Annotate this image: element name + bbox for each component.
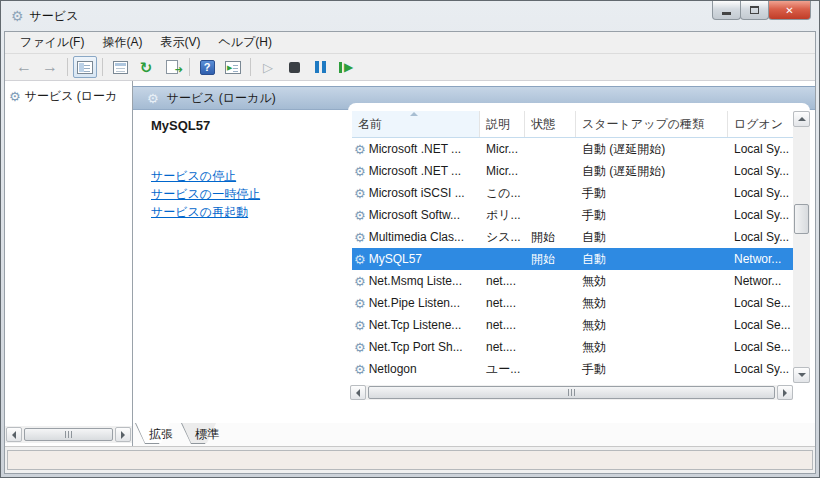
minimize-button[interactable] [712,1,741,20]
view-tab-strip: 拡張 標準 [133,423,815,446]
tree-horizontal-scrollbar[interactable] [5,426,132,443]
action-pane-icon [225,61,241,74]
service-row[interactable]: ⚙ Net.Msmq Liste... net.... 無効 Networ... [352,270,793,292]
service-name-cell: Net.Pipe Listen... [369,296,460,310]
menu-action[interactable]: 操作(A) [93,31,151,54]
services-pane: ⚙ サービス (ローカル) MySQL57 サービスの停止 サービスの一時停止 … [133,81,815,423]
triangle-down-icon [798,373,806,377]
service-row[interactable]: ⚙ Microsoft iSCSI ... この... 手動 Local Sy.… [352,182,793,204]
export-list-button[interactable] [160,56,184,78]
maximize-button[interactable] [740,1,769,20]
triangle-left-icon [12,431,16,439]
service-name-cell: Microsoft iSCSI ... [369,186,465,200]
restart-service-button[interactable]: ▶ [334,56,358,78]
back-icon: ← [16,59,32,75]
service-name-cell: Microsoft Softw... [369,208,460,222]
toolbar-separator [67,58,68,76]
service-logon-cell: Local Sy... [728,230,793,244]
service-logon-cell: Local Sy... [728,164,793,178]
menu-help[interactable]: ヘルプ(H) [209,31,281,54]
service-gear-icon: ⚙ [354,275,366,288]
menu-file[interactable]: ファイル(F) [11,31,93,54]
service-startup-cell: 自動 [576,229,728,246]
properties-button[interactable] [108,56,132,78]
horizontal-scrollbar[interactable] [350,385,793,400]
service-name-cell: MySQL57 [369,252,422,266]
service-logon-cell: Networ... [728,252,793,266]
status-field [7,450,813,470]
column-header-description[interactable]: 説明 [480,111,525,137]
service-gear-icon: ⚙ [354,165,366,178]
restart-service-icon: ▶ [339,61,353,73]
close-button[interactable]: ✕ [768,1,811,20]
service-name-cell: Net.Tcp Port Sh... [369,340,463,354]
scrollbar-thumb[interactable] [24,428,113,441]
service-list-panel: 名前 説明 状態 スタートアップの種類 ログオン ⚙ Microsoft .NE… [348,103,810,400]
service-logon-cell: Local Se... [728,340,793,354]
minimize-icon [722,12,731,15]
show-action-pane-button[interactable] [221,56,245,78]
column-header-status[interactable]: 状態 [525,111,576,137]
service-row[interactable]: ⚙ Net.Tcp Listene... net.... 無効 Local Se… [352,314,793,336]
console-tree-panel: ⚙ サービス (ローカ [5,81,133,446]
scroll-right-button[interactable] [777,385,793,400]
stop-service-button[interactable] [282,56,306,78]
service-description-cell: net.... [480,296,525,310]
right-column: ⚙ サービス (ローカル) MySQL57 サービスの停止 サービスの一時停止 … [133,81,815,446]
tab-standard[interactable]: 標準 [181,423,233,444]
service-name-cell: Netlogon [369,362,417,376]
service-description-cell: net.... [480,274,525,288]
forward-icon: → [42,59,58,75]
vertical-scrollbar[interactable] [793,111,810,383]
service-row[interactable]: ⚙ MySQL57 開始 自動 Networ... [352,248,793,270]
scroll-left-button[interactable] [6,427,22,442]
service-logon-cell: Networ... [728,274,793,288]
service-row[interactable]: ⚙ Microsoft .NET ... Micr... 自動 (遅延開始) L… [352,160,793,182]
menu-view[interactable]: 表示(V) [151,31,209,54]
column-header-name[interactable]: 名前 [352,111,480,137]
tab-extended[interactable]: 拡張 [135,423,187,444]
service-gear-icon: ⚙ [354,341,366,354]
service-description-cell: シス... [480,229,525,246]
service-gear-icon: ⚙ [354,187,366,200]
column-header-startup-type[interactable]: スタートアップの種類 [576,111,728,137]
back-button[interactable]: ← [12,56,36,78]
service-row[interactable]: ⚙ Network Access... ネッ... 手動 Networ... [352,380,793,383]
tree-item-services-local[interactable]: ⚙ サービス (ローカ [5,86,132,107]
service-logon-cell: Local Sy... [728,362,793,376]
show-console-tree-button[interactable] [73,56,97,78]
forward-button[interactable]: → [38,56,62,78]
service-row[interactable]: ⚙ Net.Pipe Listen... net.... 無効 Local Se… [352,292,793,314]
pause-service-link[interactable]: サービスの一時停止 [151,187,348,202]
refresh-button[interactable]: ↻ [134,56,158,78]
console-tree: ⚙ サービス (ローカ [5,81,132,426]
service-name-cell: Microsoft .NET ... [369,142,461,156]
help-button[interactable]: ? [195,56,219,78]
app-frame: ファイル(F) 操作(A) 表示(V) ヘルプ(H) ← → ↻ ? ▷ ▶ [4,31,816,474]
services-window: ⚙ サービス ✕ ファイル(F) 操作(A) 表示(V) ヘルプ(H) ← → … [0,0,820,478]
scroll-left-button[interactable] [350,385,366,400]
stop-service-link[interactable]: サービスの停止 [151,169,348,184]
services-gear-icon: ⚙ [147,92,159,105]
start-service-button[interactable]: ▷ [256,56,280,78]
column-header-logon[interactable]: ログオン [728,111,793,137]
scroll-down-button[interactable] [793,367,810,383]
scrollbar-thumb[interactable] [794,204,809,234]
service-startup-cell: 無効 [576,339,728,356]
status-bar [5,446,815,473]
service-row[interactable]: ⚙ Microsoft .NET ... Micr... 自動 (遅延開始) L… [352,138,793,160]
pause-service-button[interactable] [308,56,332,78]
service-description-cell: Micr... [480,142,525,156]
service-row[interactable]: ⚙ Netlogon ユー... 手動 Local Sy... [352,358,793,380]
scroll-right-button[interactable] [115,427,131,442]
refresh-icon: ↻ [140,60,153,75]
window-controls: ✕ [713,1,811,20]
service-row[interactable]: ⚙ Multimedia Clas... シス... 開始 自動 Local S… [352,226,793,248]
restart-service-link[interactable]: サービスの再起動 [151,205,348,220]
scroll-up-button[interactable] [793,111,810,127]
title-bar[interactable]: ⚙ サービス [1,1,819,31]
scrollbar-thumb[interactable] [368,386,775,399]
service-row[interactable]: ⚙ Net.Tcp Port Sh... net.... 無効 Local Se… [352,336,793,358]
service-row[interactable]: ⚙ Microsoft Softw... ポリ... 手動 Local Sy..… [352,204,793,226]
triangle-left-icon [356,389,360,397]
